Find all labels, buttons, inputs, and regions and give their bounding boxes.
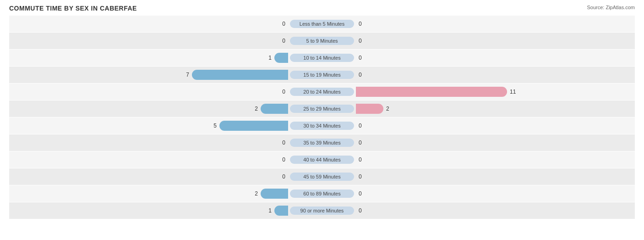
male-value: 2 [250,190,258,197]
right-section: 0 [354,172,635,182]
male-bar [192,70,288,80]
row-label: Less than 5 Minutes [290,20,354,28]
left-section: 1 [9,206,290,216]
left-section: 0 [9,19,290,29]
chart-container: COMMUTE TIME BY SEX IN CABERFAE Source: … [0,0,644,240]
row-label: 35 to 39 Minutes [290,139,354,147]
male-value: 1 [263,55,272,61]
male-value: 0 [277,156,285,163]
left-section: 0 [9,172,290,182]
right-section: 0 [354,121,635,131]
male-value: 5 [208,123,217,129]
female-value: 0 [359,38,367,44]
left-section: 1 [9,53,290,63]
female-bar [356,87,507,97]
row-label: 25 to 29 Minutes [290,105,354,113]
male-value: 7 [181,72,189,78]
right-section: 0 [354,138,635,148]
table-row: 1 10 to 14 Minutes 0 [9,50,635,66]
table-row: 1 90 or more Minutes 0 [9,202,635,219]
row-label: 40 to 44 Minutes [290,156,354,164]
table-row: 5 30 to 34 Minutes 0 [9,117,635,134]
left-section: 2 [9,104,290,114]
chart-title: COMMUTE TIME BY SEX IN CABERFAE [9,5,635,12]
right-section: 0 [354,36,635,46]
left-section: 7 [9,70,290,80]
table-row: 0 20 to 24 Minutes 11 [9,84,635,100]
row-label: 60 to 89 Minutes [290,190,354,198]
right-section: 0 [354,53,635,63]
right-section: 11 [354,87,635,97]
table-row: 7 15 to 19 Minutes 0 [9,67,635,83]
right-section: 0 [354,155,635,165]
female-value: 0 [359,140,367,146]
row-label: 5 to 9 Minutes [290,37,354,45]
female-value: 0 [359,173,367,180]
female-value: 2 [386,106,394,112]
table-row: 0 5 to 9 Minutes 0 [9,33,635,49]
right-section: 0 [354,189,635,199]
table-row: 0 Less than 5 Minutes 0 [9,16,635,32]
female-value: 0 [359,123,367,129]
table-row: 2 60 to 89 Minutes 0 [9,185,635,202]
left-section: 0 [9,155,290,165]
right-section: 0 [354,70,635,80]
right-section: 0 [354,19,635,29]
female-value: 0 [359,207,367,214]
female-value: 0 [359,156,367,163]
male-value: 0 [277,89,285,95]
female-value: 0 [359,21,367,27]
right-section: 0 [354,206,635,216]
male-value: 0 [277,140,285,146]
male-bar [274,206,288,216]
male-value: 1 [263,207,272,214]
left-section: 2 [9,189,290,199]
table-row: 0 45 to 59 Minutes 0 [9,168,635,185]
row-label: 15 to 19 Minutes [290,71,354,79]
female-value: 0 [359,190,367,197]
row-label: 45 to 59 Minutes [290,173,354,181]
left-section: 0 [9,36,290,46]
row-label: 20 to 24 Minutes [290,88,354,96]
table-row: 0 35 to 39 Minutes 0 [9,134,635,151]
table-row: 0 40 to 44 Minutes 0 [9,151,635,168]
male-value: 0 [277,21,285,27]
row-label: 30 to 34 Minutes [290,122,354,130]
left-section: 0 [9,138,290,148]
male-bar [219,121,288,131]
row-label: 10 to 14 Minutes [290,54,354,62]
table-row: 2 25 to 29 Minutes 2 [9,100,635,117]
left-section: 5 [9,121,290,131]
female-bar [356,104,383,114]
male-value: 2 [250,106,258,112]
female-value: 11 [510,89,518,95]
male-value: 0 [277,173,285,180]
male-bar [261,104,288,114]
male-bar [274,53,288,63]
male-value: 0 [277,38,285,44]
chart-area: 0 Less than 5 Minutes 0 0 5 to 9 Minutes… [9,16,635,205]
source-label: Source: ZipAtlas.com [587,5,635,10]
male-bar [261,189,288,199]
row-label: 90 or more Minutes [290,207,354,215]
female-value: 0 [359,55,367,61]
female-value: 0 [359,72,367,78]
left-section: 0 [9,87,290,97]
right-section: 2 [354,104,635,114]
